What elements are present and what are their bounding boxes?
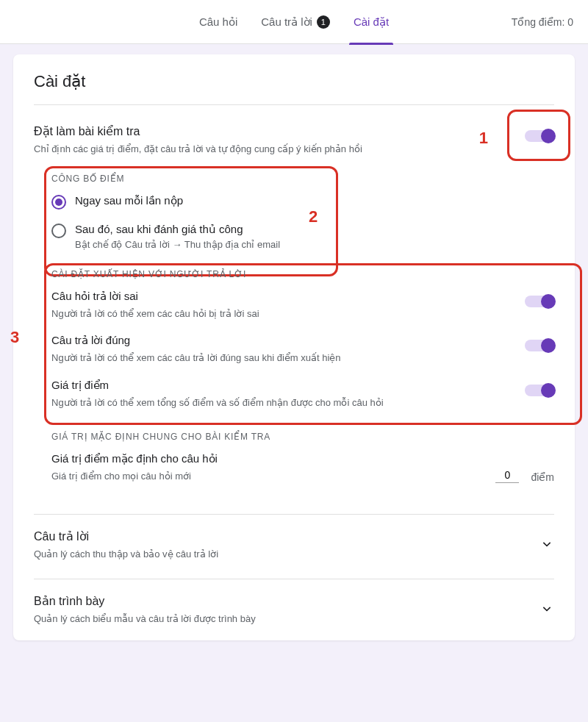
responses-section-title: Câu trả lời: [34, 529, 218, 543]
top-tab-bar: Câu hỏi Câu trả lời 1 Cài đặt Tổng điểm:…: [0, 0, 588, 44]
page-title: Cài đặt: [34, 72, 554, 91]
presentation-section-desc: Quản lý cách biểu mẫu và câu trả lời đượ…: [34, 612, 256, 626]
presentation-section-toggle[interactable]: Bản trình bày Quản lý cách biểu mẫu và c…: [34, 594, 554, 626]
chevron-down-icon: [539, 537, 554, 554]
points-unit-label: điểm: [531, 471, 554, 483]
responses-count-badge: 1: [317, 15, 330, 29]
presentation-section-title: Bản trình bày: [34, 594, 256, 608]
defaults-label: GIÁ TRỊ MẶC ĐỊNH CHUNG CHO BÀI KIỂM TRA: [51, 432, 554, 442]
quiz-mode-toggle[interactable]: [525, 130, 554, 142]
radio-icon: [51, 224, 66, 238]
annotation-3: 3: [10, 328, 19, 347]
points-desc: Người trả lời có thể xem tổng số điểm và…: [51, 396, 384, 410]
default-points-title: Giá trị điểm mặc định cho câu hỏi: [51, 452, 218, 465]
tab-settings[interactable]: Cài đặt: [349, 10, 393, 35]
responses-section-toggle[interactable]: Câu trả lời Quản lý cách thu thập và bảo…: [34, 529, 554, 561]
tab-responses-label: Câu trả lời: [261, 15, 312, 29]
radio-icon: [51, 195, 66, 210]
correct-toggle[interactable]: [525, 340, 554, 351]
divider: [34, 579, 554, 579]
divider: [34, 104, 554, 105]
responder-settings-label: CÀI ĐẶT XUẤT HIỆN VỚI NGƯỜI TRẢ LỜI: [51, 269, 554, 279]
missed-toggle[interactable]: [525, 296, 554, 307]
radio-immediately-label: Ngay sau mỗi lần nộp: [75, 194, 183, 207]
quiz-mode-desc: Chỉ định các giá trị điểm, đặt câu trả l…: [34, 143, 362, 156]
chevron-down-icon: [539, 601, 554, 619]
tab-responses[interactable]: Câu trả lời 1: [257, 10, 334, 35]
radio-later-sub: Bật chế độ Câu trả lời → Thu thập địa ch…: [75, 239, 280, 250]
quiz-mode-title: Đặt làm bài kiểm tra: [34, 124, 362, 138]
responses-section-desc: Quản lý cách thu thập và bảo vệ câu trả …: [34, 548, 218, 561]
missed-title: Câu hỏi trả lời sai: [51, 290, 259, 303]
points-title: Giá trị điểm: [51, 379, 384, 392]
default-points-desc: Giá trị điểm cho mọi câu hỏi mới: [51, 470, 218, 483]
release-grades-label: CÔNG BỐ ĐIỂM: [51, 174, 554, 184]
radio-immediately[interactable]: Ngay sau mỗi lần nộp: [51, 194, 554, 210]
correct-title: Câu trả lời đúng: [51, 334, 341, 347]
radio-later-label: Sau đó, sau khi đánh giá thủ công: [75, 223, 280, 236]
total-score-label: Tổng điểm: 0: [512, 16, 573, 28]
missed-desc: Người trả lời có thể xem các câu hỏi bị …: [51, 307, 259, 321]
points-toggle[interactable]: [525, 385, 554, 396]
radio-later[interactable]: Sau đó, sau khi đánh giá thủ công Bật ch…: [51, 223, 554, 250]
divider: [34, 514, 554, 515]
correct-desc: Người trả lời có thể xem các câu trả lời…: [51, 351, 341, 365]
tab-questions[interactable]: Câu hỏi: [195, 10, 242, 35]
settings-card: Cài đặt Đặt làm bài kiểm tra Chỉ định cá…: [13, 54, 575, 640]
default-points-input[interactable]: [495, 468, 519, 483]
